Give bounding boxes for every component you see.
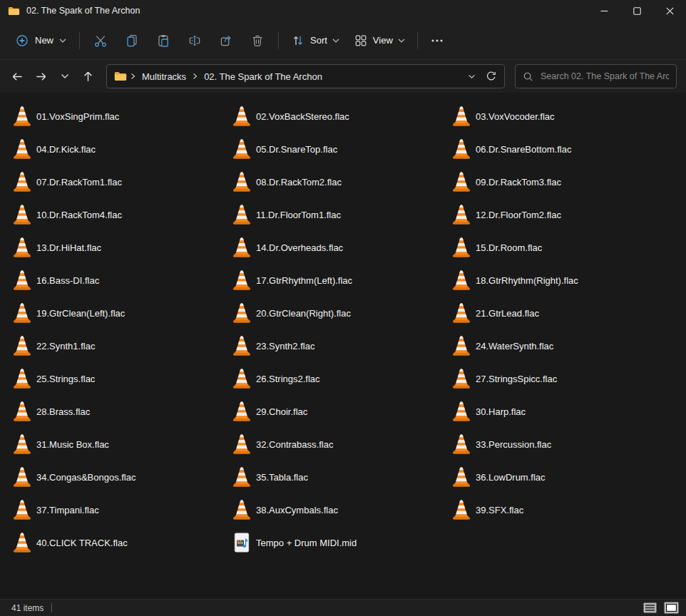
- search-box[interactable]: [515, 64, 677, 88]
- file-item[interactable]: 10.Dr.RackTom4.flac: [0, 198, 220, 231]
- view-button-label: View: [373, 35, 393, 46]
- file-item[interactable]: 25.Strings.flac: [0, 362, 220, 395]
- file-item[interactable]: 35.Tabla.flac: [220, 461, 439, 493]
- file-item[interactable]: 08.Dr.RackTom2.flac: [220, 165, 439, 198]
- file-item[interactable]: 04.Dr.Kick.flac: [0, 133, 220, 165]
- file-name: 11.Dr.FloorTom1.flac: [256, 210, 341, 220]
- file-item[interactable]: 07.Dr.RackTom1.flac: [0, 165, 220, 198]
- file-item[interactable]: 13.Dr.HiHat.flac: [0, 231, 220, 264]
- file-name: 31.Music Box.flac: [36, 439, 109, 450]
- file-item[interactable]: 16.Bass-DI.flac: [0, 264, 220, 297]
- window-title: 02. The Spark of The Archon: [26, 6, 140, 16]
- file-item[interactable]: 36.LowDrum.flac: [439, 461, 659, 493]
- new-button[interactable]: New: [7, 28, 74, 53]
- file-name: 24.WaterSynth.flac: [476, 341, 553, 351]
- file-name: 28.Brass.flac: [36, 406, 90, 417]
- up-button[interactable]: [76, 64, 100, 88]
- delete-button[interactable]: [242, 28, 273, 53]
- file-item[interactable]: 32.Contrabass.flac: [220, 428, 439, 461]
- back-button[interactable]: [6, 64, 29, 88]
- details-view-button[interactable]: [640, 601, 659, 615]
- vlc-cone-icon: [232, 302, 251, 324]
- file-name: 27.StringsSpicc.flac: [476, 374, 557, 384]
- rename-icon: [188, 34, 202, 48]
- vlc-cone-icon: [13, 401, 31, 422]
- vlc-cone-icon: [452, 237, 471, 258]
- file-item[interactable]: 09.Dr.RackTom3.flac: [439, 165, 659, 198]
- file-item[interactable]: 06.Dr.SnareBottom.flac: [439, 133, 659, 165]
- recent-locations-button[interactable]: [53, 64, 76, 88]
- share-button[interactable]: [210, 28, 242, 53]
- maximize-button[interactable]: [620, 0, 653, 21]
- vlc-cone-icon: [13, 138, 31, 160]
- file-name: 29.Choir.flac: [256, 406, 307, 417]
- file-name: 10.Dr.RackTom4.flac: [36, 210, 122, 220]
- file-item[interactable]: 21.GtrLead.flac: [439, 297, 659, 329]
- toolbar-separator: [278, 32, 279, 49]
- file-pane: 01.VoxSingPrim.flac 02.VoxBackStereo.fla…: [0, 93, 686, 599]
- cut-button[interactable]: [85, 28, 116, 53]
- file-item[interactable]: 19.GtrClean(Left).flac: [0, 297, 220, 329]
- file-item[interactable]: 26.Strings2.flac: [220, 362, 439, 395]
- vlc-cone-icon: [232, 335, 251, 356]
- file-item[interactable]: 27.StringsSpicc.flac: [439, 362, 659, 395]
- forward-button[interactable]: [29, 64, 53, 88]
- item-count: 41 items: [11, 603, 43, 613]
- file-item[interactable]: 02.VoxBackStereo.flac: [220, 100, 439, 133]
- file-item[interactable]: 38.AuxCymbals.flac: [220, 493, 439, 526]
- search-input[interactable]: [541, 71, 669, 81]
- file-item[interactable]: 33.Percussion.flac: [439, 428, 659, 461]
- file-item[interactable]: 31.Music Box.flac: [0, 428, 220, 461]
- file-item[interactable]: 11.Dr.FloorTom1.flac: [220, 198, 439, 231]
- paste-button[interactable]: [148, 28, 179, 53]
- minimize-button[interactable]: [588, 0, 620, 21]
- file-item[interactable]: Tempo + Drum MIDI.mid: [220, 526, 439, 559]
- file-name: 08.Dr.RackTom2.flac: [256, 177, 342, 188]
- breadcrumb-item-current-folder[interactable]: 02. The Spark of The Archon: [201, 71, 325, 82]
- folder-icon: [8, 6, 20, 16]
- vlc-cone-icon: [13, 270, 31, 291]
- sort-button[interactable]: Sort: [284, 28, 347, 53]
- vlc-cone-icon: [13, 499, 31, 520]
- vlc-cone-icon: [232, 499, 251, 520]
- file-item[interactable]: 39.SFX.flac: [439, 493, 659, 526]
- file-item[interactable]: 22.Synth1.flac: [0, 329, 220, 362]
- vlc-cone-icon: [13, 171, 31, 192]
- vlc-cone-icon: [452, 433, 471, 455]
- file-item[interactable]: 23.Synth2.flac: [220, 329, 439, 362]
- file-item[interactable]: 14.Dr.Overheads.flac: [220, 231, 439, 264]
- breadcrumb-item-multitracks[interactable]: Multitracks: [139, 71, 189, 82]
- file-item[interactable]: 18.GtrRhythm(Right).flac: [439, 264, 659, 297]
- address-bar[interactable]: Multitracks 02. The Spark of The Archon: [106, 64, 505, 88]
- vlc-cone-icon: [452, 499, 471, 520]
- vlc-cone-icon: [13, 433, 31, 455]
- vlc-cone-icon: [232, 106, 251, 127]
- sort-button-label: Sort: [310, 35, 327, 46]
- file-item[interactable]: 37.Timpani.flac: [0, 493, 220, 526]
- file-item[interactable]: 05.Dr.SnareTop.flac: [220, 133, 439, 165]
- file-item[interactable]: 15.Dr.Room.flac: [439, 231, 659, 264]
- thumbnail-view-button[interactable]: [662, 601, 680, 615]
- file-item[interactable]: 12.Dr.FloorTom2.flac: [439, 198, 659, 231]
- file-item[interactable]: 24.WaterSynth.flac: [439, 329, 659, 362]
- file-item[interactable]: 29.Choir.flac: [220, 395, 439, 428]
- vlc-cone-icon: [13, 466, 31, 488]
- file-item[interactable]: 01.VoxSingPrim.flac: [0, 100, 220, 133]
- file-item[interactable]: 28.Brass.flac: [0, 395, 220, 428]
- file-item[interactable]: 20.GtrClean(Right).flac: [220, 297, 439, 329]
- file-name: 23.Synth2.flac: [256, 341, 314, 351]
- file-explorer-window: 02. The Spark of The Archon New: [0, 0, 686, 616]
- file-item[interactable]: 03.VoxVocoder.flac: [439, 100, 659, 133]
- file-item[interactable]: 30.Harp.flac: [439, 395, 659, 428]
- rename-button[interactable]: [179, 28, 210, 53]
- refresh-button[interactable]: [481, 66, 501, 86]
- file-item[interactable]: 34.Congas&Bongos.flac: [0, 461, 220, 493]
- close-button[interactable]: [653, 0, 686, 21]
- previous-locations-button[interactable]: [461, 66, 481, 86]
- file-name: 38.AuxCymbals.flac: [256, 505, 338, 515]
- file-item[interactable]: 40.CLICK TRACK.flac: [0, 526, 220, 559]
- copy-button[interactable]: [116, 28, 148, 53]
- see-more-button[interactable]: [423, 28, 451, 53]
- file-item[interactable]: 17.GtrRhythm(Left).flac: [220, 264, 439, 297]
- view-button[interactable]: View: [347, 28, 412, 53]
